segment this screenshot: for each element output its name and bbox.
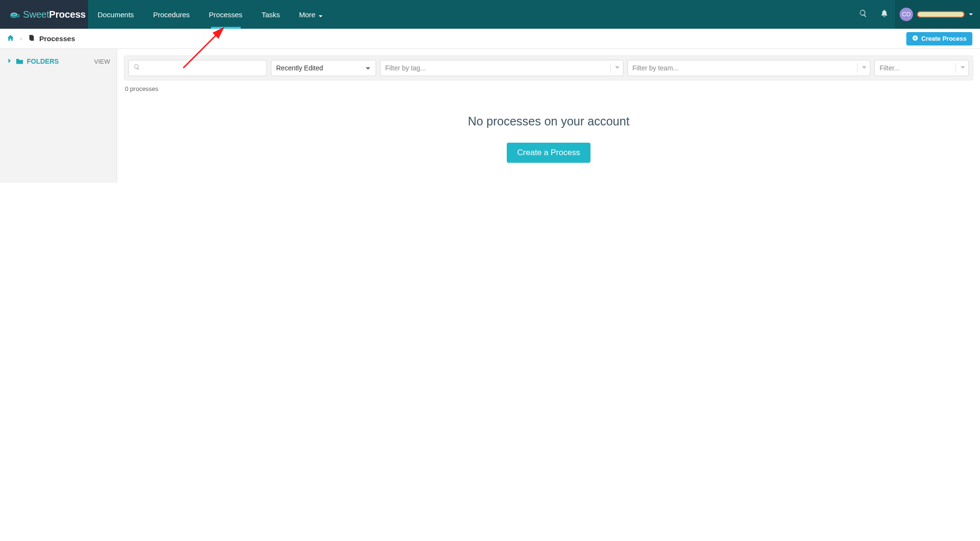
logo-text: SweetProcess (23, 9, 86, 20)
filter-team-placeholder: Filter by team... (633, 64, 854, 72)
breadcrumb-bar: › Processes Create Process (0, 29, 980, 49)
nav-procedures[interactable]: Procedures (144, 0, 200, 29)
chevron-down-icon (365, 65, 371, 71)
nav-documents[interactable]: Documents (88, 0, 144, 29)
chevron-down-icon (318, 12, 323, 17)
breadcrumb-separator: › (20, 35, 22, 42)
empty-title: No processes on your account (124, 114, 973, 128)
divider (610, 63, 611, 73)
plus-circle-icon (912, 35, 918, 43)
nav-right: CO (853, 0, 980, 29)
filter-bar: Recently Edited Filter by tag... Filter … (124, 56, 973, 80)
empty-state: No processes on your account Create a Pr… (124, 114, 973, 163)
search-input[interactable] (144, 64, 262, 72)
sidebar-folders-toggle[interactable]: FOLDERS (7, 57, 59, 65)
chevron-down-icon (969, 10, 973, 19)
search-icon (859, 9, 868, 20)
breadcrumb-current: Processes (39, 34, 75, 43)
logo[interactable]: SweetProcess (0, 0, 88, 29)
sort-select[interactable]: Recently Edited (271, 60, 376, 76)
sidebar: FOLDERS VIEW (0, 49, 117, 183)
filter-generic-select[interactable]: Filter... (874, 60, 969, 76)
global-search-button[interactable] (853, 0, 874, 29)
create-process-button[interactable]: Create Process (906, 32, 972, 45)
user-name-redacted (917, 11, 965, 18)
bell-icon (880, 9, 889, 20)
logo-cup-icon (10, 10, 20, 19)
search-input-wrapper[interactable] (128, 60, 267, 76)
divider (956, 63, 956, 73)
notifications-button[interactable] (874, 0, 895, 29)
process-count: 0 processes (125, 85, 972, 92)
home-icon (7, 34, 14, 44)
divider (857, 63, 858, 73)
user-menu[interactable]: CO (895, 0, 980, 29)
sidebar-view-label[interactable]: VIEW (94, 58, 110, 65)
breadcrumb-home[interactable] (7, 34, 14, 44)
top-navbar: SweetProcess Documents Procedures Proces… (0, 0, 980, 29)
create-process-label: Create Process (921, 35, 967, 42)
chevron-down-icon (861, 64, 867, 72)
create-process-cta[interactable]: Create a Process (507, 143, 590, 163)
sort-select-value: Recently Edited (276, 64, 323, 72)
folder-icon (15, 58, 24, 65)
nav-more[interactable]: More (290, 0, 333, 29)
nav-tasks[interactable]: Tasks (252, 0, 290, 29)
svg-point-3 (11, 13, 16, 15)
chevron-down-icon (960, 64, 966, 72)
chevron-down-icon (614, 64, 620, 72)
avatar: CO (900, 8, 913, 21)
processes-list-icon (28, 34, 35, 44)
filter-team-select[interactable]: Filter by team... (627, 60, 871, 76)
filter-tag-placeholder: Filter by tag... (385, 64, 606, 72)
nav-items: Documents Procedures Processes Tasks Mor… (88, 0, 333, 29)
chevron-right-icon (7, 57, 12, 65)
nav-processes[interactable]: Processes (200, 0, 252, 29)
nav-more-label: More (299, 11, 315, 19)
main-content: Recently Edited Filter by tag... Filter … (117, 49, 980, 183)
filter-tag-select[interactable]: Filter by tag... (380, 60, 624, 76)
filter-generic-placeholder: Filter... (880, 64, 952, 72)
search-icon (134, 64, 140, 72)
sidebar-folders-label: FOLDERS (27, 57, 59, 65)
